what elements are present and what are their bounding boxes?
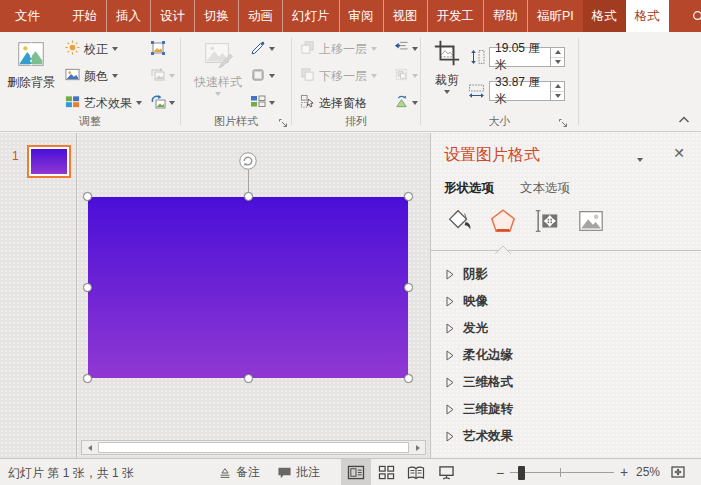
section-glow[interactable]: 发光: [446, 315, 691, 342]
zoom-slider-tick: [560, 468, 561, 477]
bring-forward-button[interactable]: 上移一层: [297, 38, 380, 60]
zoom-level[interactable]: 25%: [636, 465, 660, 479]
picture-effects-button[interactable]: [248, 65, 277, 87]
tab-design[interactable]: 设计: [150, 0, 194, 32]
resize-handle-e[interactable]: [404, 283, 413, 292]
scroll-right-button[interactable]: [410, 441, 425, 454]
resize-handle-n[interactable]: [244, 192, 253, 201]
tab-transitions[interactable]: 切换: [194, 0, 238, 32]
change-picture-button[interactable]: [148, 65, 177, 87]
resize-handle-s[interactable]: [244, 374, 253, 383]
section-3d-format[interactable]: 三维格式: [446, 369, 691, 396]
slideshow-view-button[interactable]: [431, 459, 461, 485]
tab-animations[interactable]: 动画: [238, 0, 282, 32]
artistic-effects-icon: [65, 94, 80, 112]
effects-icon[interactable]: [488, 205, 518, 237]
chevron-down-icon: [371, 47, 377, 51]
picture-icon: [65, 67, 80, 85]
comment-icon: [277, 466, 292, 480]
picture-styles-dialog-launcher[interactable]: [276, 116, 289, 129]
reading-view-button[interactable]: [401, 459, 431, 485]
section-shadow[interactable]: 阴影: [446, 261, 691, 288]
fill-line-icon[interactable]: [444, 205, 474, 237]
section-soft-edges[interactable]: 柔化边缘: [446, 342, 691, 369]
slide-sorter-view-button[interactable]: [371, 459, 401, 485]
shape-height-field[interactable]: 19.05 厘米: [489, 47, 565, 67]
selection-pane-button[interactable]: 选择窗格: [297, 92, 370, 114]
tab-help[interactable]: 帮助: [483, 0, 527, 32]
crop-button[interactable]: 裁剪: [426, 34, 468, 122]
resize-handle-ne[interactable]: [404, 192, 413, 201]
size-dialog-launcher[interactable]: [556, 116, 569, 129]
color-button[interactable]: 颜色: [62, 65, 121, 87]
tab-developer[interactable]: 开发工: [427, 0, 484, 32]
tell-me-box[interactable]: 告诉我: [683, 0, 701, 32]
pane-separator: [431, 250, 701, 251]
notes-button[interactable]: 备注: [218, 463, 260, 482]
scroll-left-button[interactable]: [82, 441, 97, 454]
shape-width-stepper[interactable]: [550, 82, 564, 100]
corrections-button[interactable]: 校正: [62, 38, 121, 60]
tab-slideshow[interactable]: 幻灯片: [282, 0, 339, 32]
remove-background-button[interactable]: 删除背景: [4, 34, 58, 122]
slide-picture[interactable]: [88, 197, 408, 378]
zoom-slider-track[interactable]: [510, 472, 614, 473]
tab-review[interactable]: 审阅: [339, 0, 383, 32]
picture-layout-button[interactable]: [248, 92, 277, 114]
tab-format-active[interactable]: 格式: [626, 0, 669, 32]
scroll-thumb[interactable]: [98, 442, 409, 453]
send-backward-button[interactable]: 下移一层: [297, 65, 380, 87]
normal-view-button[interactable]: [341, 459, 371, 485]
scroll-track[interactable]: [97, 441, 410, 454]
tab-format-contextual[interactable]: 格式: [583, 0, 626, 32]
tab-text-options[interactable]: 文本选项: [520, 180, 570, 197]
rotate-handle[interactable]: [239, 152, 257, 170]
zoom-in-button[interactable]: +: [620, 464, 628, 480]
resize-handle-nw[interactable]: [83, 192, 92, 201]
compress-pictures-icon: [150, 40, 166, 59]
reset-picture-button[interactable]: [148, 92, 177, 114]
close-pane-button[interactable]: ✕: [673, 145, 685, 161]
section-artistic-effects[interactable]: 艺术效果: [446, 423, 691, 450]
compress-pictures-button[interactable]: [148, 38, 168, 60]
crop-label: 裁剪: [435, 74, 459, 87]
quick-styles-button[interactable]: 快速样式: [190, 34, 246, 122]
picture-border-button[interactable]: [248, 38, 277, 60]
slideshow-icon: [438, 465, 455, 480]
fit-to-window-button[interactable]: [670, 464, 686, 483]
view-buttons: [341, 459, 461, 485]
chevron-down-icon: [269, 101, 275, 105]
tab-foxit[interactable]: 福昕PI: [527, 0, 583, 32]
resize-handle-sw[interactable]: [83, 374, 92, 383]
align-button[interactable]: [392, 38, 420, 60]
tab-view[interactable]: 视图: [383, 0, 427, 32]
horizontal-scrollbar[interactable]: [81, 440, 426, 455]
resize-handle-w[interactable]: [83, 283, 92, 292]
group-objects-button[interactable]: [392, 65, 420, 87]
section-reflection[interactable]: 映像: [446, 288, 691, 315]
section-label: 发光: [463, 320, 488, 337]
expand-triangle-icon: [446, 404, 454, 415]
rotate-objects-button[interactable]: [392, 92, 420, 114]
comments-button[interactable]: 批注: [277, 463, 320, 482]
tab-file[interactable]: 文件: [0, 0, 55, 32]
collapse-ribbon-button[interactable]: [677, 113, 691, 127]
artistic-effects-button[interactable]: 艺术效果: [62, 92, 145, 114]
slide-thumbnail[interactable]: [27, 145, 71, 178]
resize-handle-se[interactable]: [404, 374, 413, 383]
pane-icon-row: [444, 205, 606, 237]
tab-shape-options[interactable]: 形状选项: [444, 180, 494, 197]
section-3d-rotation[interactable]: 三维旋转: [446, 396, 691, 423]
quick-styles-label: 快速样式: [194, 76, 242, 89]
size-properties-icon[interactable]: [532, 205, 562, 237]
chevron-down-icon: [136, 101, 142, 105]
shape-height-stepper[interactable]: [550, 48, 564, 66]
pen-icon: [250, 40, 266, 59]
zoom-out-button[interactable]: −: [496, 465, 504, 481]
tab-insert[interactable]: 插入: [106, 0, 150, 32]
shape-width-field[interactable]: 33.87 厘米: [489, 81, 565, 101]
pane-options-button[interactable]: [637, 151, 643, 165]
picture-format-icon[interactable]: [576, 205, 606, 237]
zoom-slider-thumb[interactable]: [518, 466, 525, 480]
tab-home[interactable]: 开始: [63, 0, 106, 32]
